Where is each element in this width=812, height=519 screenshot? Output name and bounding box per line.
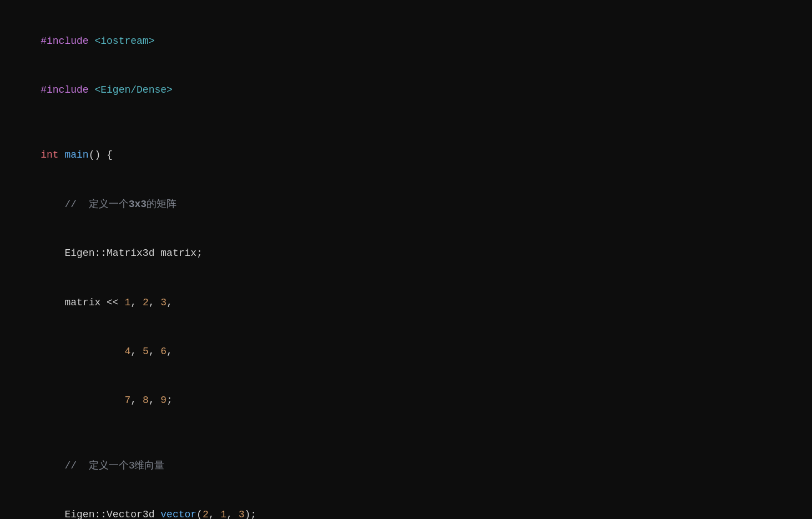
num-5: 5 [143, 346, 149, 357]
num-1: 1 [124, 297, 130, 308]
num-4: 4 [124, 346, 130, 357]
keyword-int: int [41, 149, 58, 160]
class-eigen-vector: Eigen::Vector3d [64, 509, 154, 519]
line-include2: #include <Eigen/Dense> [17, 65, 795, 114]
blank-line-2 [17, 425, 795, 441]
class-eigen-matrix: Eigen::Matrix3d [64, 248, 154, 259]
line-vector-decl: Eigen::Vector3d vector(2, 1, 3); [17, 490, 795, 519]
comment-vector-def: // 定义一个3维向量 [41, 460, 164, 471]
comment-matrix-def: // 定义一个3x3的矩阵 [41, 199, 176, 210]
num-2: 2 [143, 297, 149, 308]
include-header-eigen: <Eigen/Dense> [94, 84, 172, 95]
num-3: 3 [160, 297, 167, 308]
keyword-include2: #include [41, 84, 88, 95]
blank-line-1 [17, 115, 795, 131]
num-9: 9 [160, 395, 167, 406]
matrix-var-ref1: matrix [64, 297, 100, 308]
line-main-sig: int main() { [17, 131, 795, 180]
var-vector-name: vector [160, 509, 196, 519]
line-include1: #include <iostream> [17, 17, 795, 65]
function-main: main [64, 149, 88, 160]
line-matrix-init2: 4, 5, 6, [17, 327, 795, 376]
vec-num-1: 1 [220, 509, 226, 519]
line-matrix-init1: matrix << 1, 2, 3, [17, 278, 795, 327]
var-matrix: matrix; [160, 248, 203, 259]
vec-num-2: 2 [203, 509, 209, 519]
line-comment2: // 定义一个3维向量 [17, 441, 795, 490]
line-matrix-init3: 7, 8, 9; [17, 376, 795, 425]
code-editor: #include <iostream> #include <Eigen/Dens… [17, 11, 795, 519]
num-8: 8 [143, 395, 149, 406]
line-matrix-decl: Eigen::Matrix3d matrix; [17, 229, 795, 278]
include-header-iostream: <iostream> [94, 36, 154, 47]
line-comment1: // 定义一个3x3的矩阵 [17, 180, 795, 229]
vec-num-3: 3 [239, 509, 245, 519]
keyword-include: #include [41, 36, 88, 47]
num-7: 7 [124, 395, 130, 406]
open-brace: { [107, 149, 113, 160]
num-6: 6 [160, 346, 167, 357]
